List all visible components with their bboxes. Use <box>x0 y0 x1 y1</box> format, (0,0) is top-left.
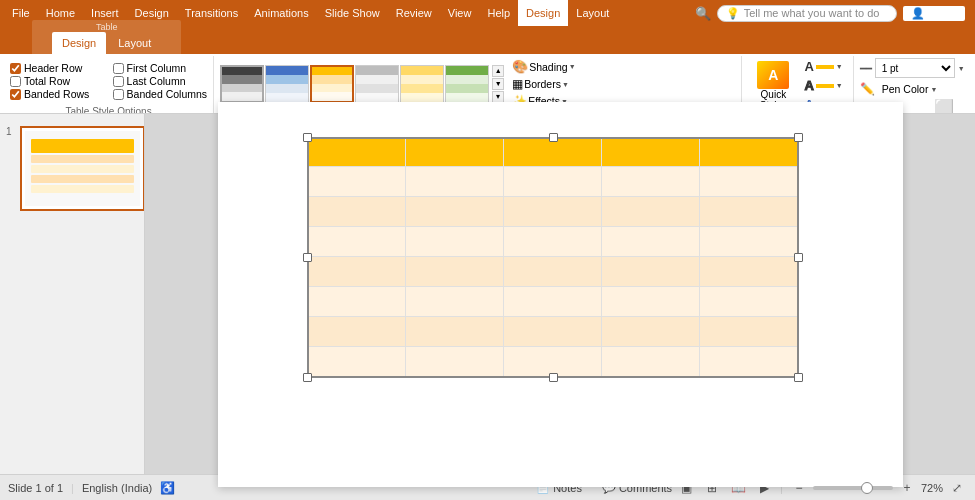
table-cell[interactable] <box>699 196 797 226</box>
menu-view[interactable]: View <box>440 0 480 26</box>
table-cell[interactable] <box>699 256 797 286</box>
eraser-button[interactable]: ⬜ Eraser <box>924 96 965 113</box>
table-cell[interactable] <box>699 286 797 316</box>
table-cell[interactable] <box>601 138 699 166</box>
table-cell[interactable] <box>308 166 406 196</box>
table-cell[interactable] <box>308 256 406 286</box>
table-style-1[interactable] <box>220 65 264 103</box>
table-cell[interactable] <box>406 256 504 286</box>
handle-bottom-middle[interactable] <box>549 373 558 382</box>
fit-slide-button[interactable]: ⤢ <box>947 478 967 498</box>
table-cell[interactable] <box>504 226 602 256</box>
tab-table-design[interactable]: Design <box>52 32 106 54</box>
handle-bottom-right[interactable] <box>794 373 803 382</box>
slide[interactable] <box>218 102 903 487</box>
zoom-thumb[interactable] <box>861 482 873 494</box>
table-cell[interactable] <box>601 196 699 226</box>
table-cell[interactable] <box>699 166 797 196</box>
table-cell[interactable] <box>601 346 699 376</box>
menu-table-design[interactable]: Design <box>518 0 568 26</box>
borders-dropdown-arrow: ▼ <box>562 81 569 88</box>
table-style-5[interactable] <box>400 65 444 103</box>
banded-rows-option[interactable]: Banded Rows <box>10 88 105 100</box>
table-cell[interactable] <box>699 138 797 166</box>
table-cell[interactable] <box>504 138 602 166</box>
table-cell[interactable] <box>504 166 602 196</box>
first-column-option[interactable]: First Column <box>113 62 208 74</box>
handle-top-left[interactable] <box>303 133 312 142</box>
table-cell[interactable] <box>308 286 406 316</box>
table-cell[interactable] <box>601 286 699 316</box>
table-cell[interactable] <box>504 196 602 226</box>
scroll-down-arrow[interactable]: ▼ <box>492 78 504 90</box>
table-style-2[interactable] <box>265 65 309 103</box>
table-cell[interactable] <box>406 346 504 376</box>
table-cell[interactable] <box>699 316 797 346</box>
table-style-3-selected[interactable] <box>310 65 354 103</box>
table-row <box>308 166 797 196</box>
table-cell[interactable] <box>504 256 602 286</box>
header-row-checkbox[interactable] <box>10 63 21 74</box>
table-container[interactable] <box>308 138 798 377</box>
table-cell[interactable] <box>406 226 504 256</box>
pen-weight-select[interactable]: 1 pt ½ pt ¾ pt 1½ pt 2¼ pt 3 pt 4½ pt 6 … <box>875 58 955 78</box>
slide-thumbnail[interactable] <box>20 126 145 211</box>
scroll-up-arrow[interactable]: ▲ <box>492 65 504 77</box>
menu-help[interactable]: Help <box>479 0 518 26</box>
table-cell[interactable] <box>601 226 699 256</box>
banded-columns-option[interactable]: Banded Columns <box>113 88 208 100</box>
handle-bottom-left[interactable] <box>303 373 312 382</box>
table-style-6[interactable] <box>445 65 489 103</box>
handle-middle-left[interactable] <box>303 253 312 262</box>
handle-top-right[interactable] <box>794 133 803 142</box>
banded-rows-checkbox[interactable] <box>10 89 21 100</box>
table-cell[interactable] <box>504 346 602 376</box>
table-cell[interactable] <box>308 346 406 376</box>
tell-me-bar[interactable]: 💡 Tell me what you want to do <box>717 5 897 22</box>
table-cell[interactable] <box>601 316 699 346</box>
borders-button[interactable]: ▦ Borders ▼ <box>509 76 578 92</box>
pen-color-button[interactable]: Pen Color ▼ <box>878 82 942 96</box>
table-cell[interactable] <box>406 138 504 166</box>
share-button[interactable]: 👤 Share <box>903 6 965 21</box>
table-cell[interactable] <box>504 316 602 346</box>
table-cell[interactable] <box>406 196 504 226</box>
table-cell[interactable] <box>406 316 504 346</box>
menu-review[interactable]: Review <box>388 0 440 26</box>
table-cell[interactable] <box>308 138 406 166</box>
table-style-4[interactable] <box>355 65 399 103</box>
table-cell[interactable] <box>699 226 797 256</box>
slide-canvas[interactable] <box>145 114 975 474</box>
table-cell[interactable] <box>601 166 699 196</box>
status-divider: | <box>71 482 74 494</box>
table-cell[interactable] <box>504 286 602 316</box>
total-row-checkbox[interactable] <box>10 76 21 87</box>
handle-top-middle[interactable] <box>549 133 558 142</box>
total-row-option[interactable]: Total Row <box>10 75 105 87</box>
last-column-checkbox[interactable] <box>113 76 124 87</box>
tab-table-layout[interactable]: Layout <box>108 32 161 54</box>
table-cell[interactable] <box>699 346 797 376</box>
handle-middle-right[interactable] <box>794 253 803 262</box>
menu-slideshow[interactable]: Slide Show <box>317 0 388 26</box>
zoom-slider[interactable] <box>813 486 893 490</box>
table-cell[interactable] <box>406 166 504 196</box>
menu-transitions[interactable]: Transitions <box>177 0 246 26</box>
slide-table[interactable] <box>308 138 798 377</box>
total-row-label: Total Row <box>24 75 70 87</box>
banded-columns-checkbox[interactable] <box>113 89 124 100</box>
pen-weight-label: ━━ <box>860 63 872 74</box>
text-fill-button[interactable]: A ▼ <box>800 58 846 75</box>
table-cell[interactable] <box>308 196 406 226</box>
table-cell[interactable] <box>308 226 406 256</box>
table-cell[interactable] <box>406 286 504 316</box>
header-row-option[interactable]: Header Row <box>10 62 105 74</box>
table-cell[interactable] <box>308 316 406 346</box>
menu-table-layout[interactable]: Layout <box>568 0 617 26</box>
first-column-checkbox[interactable] <box>113 63 124 74</box>
text-outline-button[interactable]: A ▼ <box>800 77 846 94</box>
shading-button[interactable]: 🎨 Shading ▼ <box>509 58 578 75</box>
last-column-option[interactable]: Last Column <box>113 75 208 87</box>
table-cell[interactable] <box>601 256 699 286</box>
menu-animations[interactable]: Animations <box>246 0 316 26</box>
